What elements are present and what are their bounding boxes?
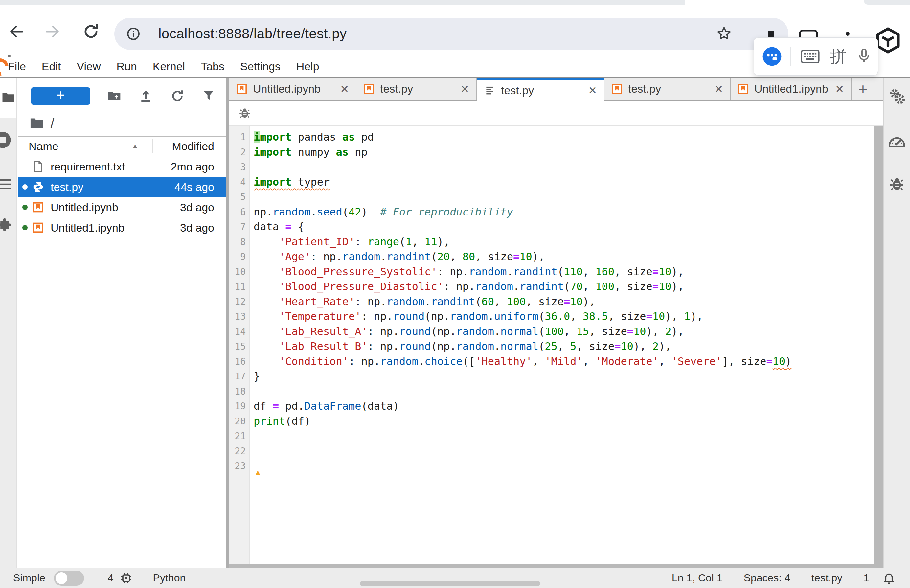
code-line-16[interactable]: 16 'Condition': np.random.choice(['Healt… [229,354,874,369]
new-launcher-button[interactable]: + [31,87,90,105]
url-text[interactable]: localhost:8888/lab/tree/test.py [158,26,347,42]
keyboard-icon[interactable] [801,50,819,63]
table-of-contents-icon[interactable] [0,178,13,191]
file-row-requirement.txt[interactable]: requirement.txt2mo ago [18,157,226,177]
tab-test-py-1[interactable]: test.py× [356,78,477,100]
menu-run[interactable]: Run [108,60,145,73]
line-content: import pandas as pd [250,130,374,145]
filter-icon[interactable] [202,89,216,103]
bell-icon[interactable] [883,571,895,585]
microphone-icon[interactable] [857,48,871,65]
indent-setting[interactable]: Spaces: 4 [744,572,790,584]
property-inspector-icon[interactable] [888,88,905,105]
sidebar-splitter[interactable] [226,78,229,568]
code-line-17[interactable]: 17} [229,369,874,384]
code-line-6[interactable]: 6np.random.seed(42) # For reproducibilit… [229,205,874,220]
menu-help[interactable]: Help [288,60,327,73]
code-line-23[interactable]: 23 [229,459,874,474]
code-line-10[interactable]: 10 'Blood_Pressure_Systolic': np.random.… [229,265,874,279]
sort-ascending-icon[interactable]: ▲ [131,142,139,150]
code-line-15[interactable]: 15 'Lab_Result_B': np.round(np.random.no… [229,339,874,354]
new-folder-icon[interactable] [107,89,121,103]
tab-test-py-2[interactable]: test.py× [477,78,605,100]
code-line-3[interactable]: 3 [229,160,874,175]
upload-icon[interactable] [139,89,153,103]
tab-label: Untitled.ipynb [253,82,321,95]
close-tab-icon[interactable]: × [340,82,349,96]
notebook-icon [738,83,749,95]
notification-count[interactable]: 1 [863,572,869,584]
file-row-test.py[interactable]: test.py44s ago [18,177,226,197]
tab-label: test.py [628,82,661,95]
menu-settings[interactable]: Settings [232,60,288,73]
browser-tabstrip [0,0,685,5]
close-tab-icon[interactable]: × [461,82,469,96]
breadcrumb-root[interactable]: / [50,116,54,131]
menu-edit[interactable]: Edit [34,60,69,73]
side-panel-icon[interactable] [799,29,818,37]
code-line-19[interactable]: 19df = pd.DataFrame(data) [229,399,874,414]
line-number: 7 [229,220,250,234]
pinned-extension-icon[interactable] [768,31,774,37]
code-line-5[interactable]: 5 [229,189,874,205]
pinyin-input-icon[interactable]: 拼 [830,48,847,65]
menu-view[interactable]: View [69,60,108,73]
tab-Untitled1-ipynb-4[interactable]: Untitled1.ipynb× [731,78,852,100]
kernel-language[interactable]: Python [153,572,186,584]
tab-test-py-3[interactable]: test.py× [605,78,731,100]
menu-tabs[interactable]: Tabs [193,60,232,73]
kernel-chip-icon[interactable] [120,572,133,585]
code-line-21[interactable]: 21 [229,429,874,444]
code-line-11[interactable]: 11 'Blood_Pressure_Diastolic': np.random… [229,279,874,294]
column-name[interactable]: Name [29,140,58,153]
dashboard-gauge-icon[interactable] [888,132,906,149]
code-line-7[interactable]: 7data = { [229,220,874,234]
code-line-1[interactable]: 1import pandas as pd [229,130,874,145]
code-line-12[interactable]: 12 'Heart_Rate': np.random.randint(60, 1… [229,294,874,309]
reload-icon[interactable] [81,21,102,42]
code-line-14[interactable]: 14 'Lab_Result_A': np.round(np.random.no… [229,324,874,339]
refresh-icon[interactable] [170,89,184,103]
tab-label: test.py [501,84,534,97]
code-line-22[interactable]: 22 [229,444,874,459]
browser-menu-icon[interactable] [845,32,850,36]
tab-Untitled-ipynb-0[interactable]: Untitled.ipynb× [229,78,356,100]
code-line-18[interactable]: 18 [229,384,874,399]
menu-kernel[interactable]: Kernel [145,60,193,73]
close-tab-icon[interactable]: × [714,82,723,96]
profile-avatar-icon[interactable] [874,27,902,54]
file-row-Untitled.ipynb[interactable]: Untitled.ipynb3d ago [18,197,226,218]
code-line-9[interactable]: 9 'Age': np.random.randint(20, 80, size=… [229,249,874,265]
horizontal-scrollbar[interactable] [360,581,540,586]
new-tab-button[interactable]: + [852,78,874,100]
code-editor[interactable]: 1import pandas as pd2import numpy as np3… [229,126,874,564]
back-icon[interactable] [6,21,27,42]
extension-manager-icon[interactable] [0,218,13,233]
file-row-Untitled1.ipynb[interactable]: Untitled1.ipynb3d ago [18,218,226,238]
ime-assistant-icon[interactable] [762,46,782,67]
url-bar[interactable]: localhost:8888/lab/tree/test.py [114,18,789,50]
cursor-position[interactable]: Ln 1, Col 1 [672,572,723,584]
column-modified[interactable]: Modified [153,140,226,153]
bookmark-star-icon[interactable] [716,26,732,41]
breadcrumb[interactable]: / [29,115,54,131]
simple-mode-toggle[interactable] [54,570,84,586]
line-number: 23 [229,459,250,474]
debugger-toggle-icon[interactable] [239,107,251,119]
close-tab-icon[interactable]: × [588,84,596,97]
site-info-icon[interactable] [126,27,141,41]
code-line-4[interactable]: 4import typer [229,175,874,190]
open-dot [22,225,27,230]
line-number: 20 [229,414,250,429]
code-line-2[interactable]: 2import numpy as np [229,145,874,160]
code-line-13[interactable]: 13 'Temperature': np.round(np.random.uni… [229,309,874,324]
kernel-count[interactable]: 4 [108,572,114,584]
line-content [250,384,254,399]
debugger-sidebar-icon[interactable] [889,176,905,192]
line-number: 5 [229,189,250,205]
close-tab-icon[interactable]: × [836,82,844,96]
running-kernels-icon[interactable] [0,131,12,149]
code-line-8[interactable]: 8 'Patient_ID': range(1, 11), [229,234,874,250]
file-browser-icon[interactable] [1,90,15,104]
code-line-20[interactable]: 20print(df) [229,414,874,429]
